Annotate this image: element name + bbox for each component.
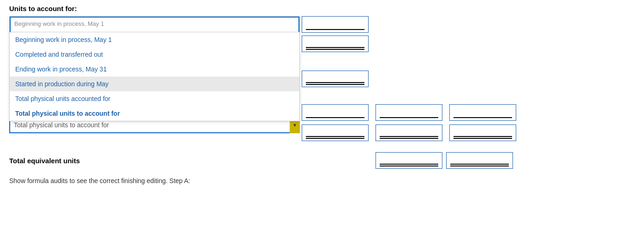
dropdown-container[interactable]: Beginning work in process, May 1 Beginni… — [9, 16, 300, 133]
section-title: Units to account for: — [9, 5, 635, 12]
dropdown-item-1[interactable]: Completed and transferred out — [10, 47, 299, 62]
bottom-note: Show formula audits to see the correct f… — [9, 177, 635, 184]
dropdown-item-0[interactable]: Beginning work in process, May 1 — [10, 32, 299, 47]
equiv-input-col2[interactable] — [446, 152, 513, 169]
input-started-col2[interactable] — [376, 104, 442, 121]
input-accounted-col1[interactable] — [302, 125, 369, 141]
dropdown-item-3[interactable]: Started in production during May — [10, 77, 299, 91]
dropdown-list[interactable]: Beginning work in process, May 1 Beginni… — [9, 16, 300, 121]
dropdown-item-4[interactable]: Total physical units accounted for — [10, 91, 299, 106]
input-started-col1[interactable] — [302, 104, 369, 121]
dropdown-list-header: Beginning work in process, May 1 — [10, 17, 299, 32]
input-field-row3[interactable] — [302, 71, 369, 87]
input-accounted-col3[interactable] — [449, 125, 516, 141]
units-section: Units to account for: Beginning work in … — [9, 5, 635, 184]
dropdown-selected-text: Total physical units to account for — [14, 121, 109, 129]
dropdown-item-2[interactable]: Ending work in process, May 31 — [10, 62, 299, 77]
total-equiv-label: Total equivalent units — [9, 157, 300, 165]
input-accounted-col2[interactable] — [376, 125, 442, 141]
input-field-row1[interactable] — [302, 16, 369, 33]
equiv-input-col1[interactable] — [376, 152, 442, 169]
dropdown-item-5[interactable]: Total physical units to account for — [10, 106, 299, 121]
input-field-row2[interactable] — [302, 36, 369, 52]
input-started-col3[interactable] — [449, 104, 516, 121]
equiv-units-row: Total equivalent units — [9, 151, 635, 170]
